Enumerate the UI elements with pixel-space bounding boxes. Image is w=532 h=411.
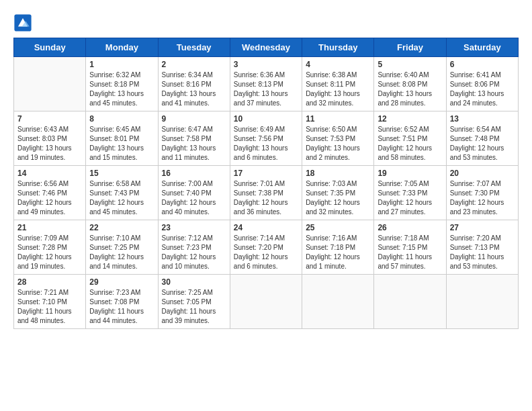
day-number: 11 — [306, 114, 370, 124]
day-info: Sunrise: 6:56 AM Sunset: 7:46 PM Dayligh… — [17, 179, 82, 217]
calendar-cell: 25Sunrise: 7:16 AM Sunset: 7:18 PM Dayli… — [302, 220, 374, 275]
day-info: Sunrise: 6:38 AM Sunset: 8:11 PM Dayligh… — [306, 71, 370, 108]
calendar-cell: 3Sunrise: 6:36 AM Sunset: 8:13 PM Daylig… — [230, 57, 302, 111]
day-info: Sunrise: 6:58 AM Sunset: 7:43 PM Dayligh… — [89, 179, 154, 217]
day-info: Sunrise: 6:50 AM Sunset: 7:53 PM Dayligh… — [306, 125, 370, 163]
calendar-cell — [302, 275, 374, 329]
day-number: 17 — [234, 169, 298, 178]
week-row-5: 28Sunrise: 7:21 AM Sunset: 7:10 PM Dayli… — [14, 275, 519, 329]
calendar-cell: 20Sunrise: 7:07 AM Sunset: 7:30 PM Dayli… — [446, 166, 518, 220]
day-number: 26 — [378, 223, 442, 232]
calendar-cell: 24Sunrise: 7:14 AM Sunset: 7:20 PM Dayli… — [230, 220, 302, 275]
day-info: Sunrise: 6:36 AM Sunset: 8:13 PM Dayligh… — [234, 71, 298, 108]
calendar-cell — [446, 275, 518, 329]
day-info: Sunrise: 6:49 AM Sunset: 7:56 PM Dayligh… — [234, 125, 298, 163]
day-number: 25 — [306, 223, 370, 232]
calendar-cell: 4Sunrise: 6:38 AM Sunset: 8:11 PM Daylig… — [302, 57, 374, 111]
day-number: 4 — [306, 60, 370, 69]
calendar-cell: 19Sunrise: 7:05 AM Sunset: 7:33 PM Dayli… — [374, 166, 446, 220]
weekday-header-tuesday: Tuesday — [158, 38, 230, 57]
day-info: Sunrise: 7:03 AM Sunset: 7:35 PM Dayligh… — [306, 179, 370, 217]
calendar-cell: 2Sunrise: 6:34 AM Sunset: 8:16 PM Daylig… — [158, 57, 230, 111]
day-number: 27 — [450, 223, 515, 232]
day-info: Sunrise: 7:25 AM Sunset: 7:05 PM Dayligh… — [162, 288, 226, 326]
calendar-cell: 8Sunrise: 6:45 AM Sunset: 8:01 PM Daylig… — [86, 111, 158, 166]
day-number: 15 — [89, 169, 154, 178]
calendar-cell — [230, 275, 302, 329]
calendar-cell: 29Sunrise: 7:23 AM Sunset: 7:08 PM Dayli… — [86, 275, 158, 329]
day-number: 10 — [234, 114, 298, 124]
day-info: Sunrise: 7:12 AM Sunset: 7:23 PM Dayligh… — [162, 234, 226, 271]
calendar-cell: 28Sunrise: 7:21 AM Sunset: 7:10 PM Dayli… — [14, 275, 86, 329]
week-row-4: 21Sunrise: 7:09 AM Sunset: 7:28 PM Dayli… — [14, 220, 519, 275]
weekday-header-saturday: Saturday — [446, 38, 518, 57]
day-number: 3 — [234, 60, 298, 69]
calendar-cell: 26Sunrise: 7:18 AM Sunset: 7:15 PM Dayli… — [374, 220, 446, 275]
calendar-cell: 22Sunrise: 7:10 AM Sunset: 7:25 PM Dayli… — [86, 220, 158, 275]
calendar-cell: 14Sunrise: 6:56 AM Sunset: 7:46 PM Dayli… — [14, 166, 86, 220]
day-info: Sunrise: 7:14 AM Sunset: 7:20 PM Dayligh… — [234, 234, 298, 271]
day-info: Sunrise: 7:21 AM Sunset: 7:10 PM Dayligh… — [17, 288, 82, 326]
logo-icon — [13, 13, 32, 32]
day-number: 14 — [17, 169, 82, 178]
calendar-cell: 11Sunrise: 6:50 AM Sunset: 7:53 PM Dayli… — [302, 111, 374, 166]
weekday-header-wednesday: Wednesday — [230, 38, 302, 57]
day-info: Sunrise: 6:41 AM Sunset: 8:06 PM Dayligh… — [450, 71, 515, 108]
day-info: Sunrise: 7:09 AM Sunset: 7:28 PM Dayligh… — [17, 234, 82, 271]
weekday-header-monday: Monday — [86, 38, 158, 57]
calendar-cell: 7Sunrise: 6:43 AM Sunset: 8:03 PM Daylig… — [14, 111, 86, 166]
day-number: 8 — [89, 114, 154, 124]
day-number: 9 — [162, 114, 226, 124]
calendar-cell: 16Sunrise: 7:00 AM Sunset: 7:40 PM Dayli… — [158, 166, 230, 220]
day-number: 29 — [89, 277, 154, 287]
calendar-cell: 6Sunrise: 6:41 AM Sunset: 8:06 PM Daylig… — [446, 57, 518, 111]
day-info: Sunrise: 6:54 AM Sunset: 7:48 PM Dayligh… — [450, 125, 515, 163]
day-info: Sunrise: 6:52 AM Sunset: 7:51 PM Dayligh… — [378, 125, 442, 163]
calendar-cell: 15Sunrise: 6:58 AM Sunset: 7:43 PM Dayli… — [86, 166, 158, 220]
day-info: Sunrise: 7:20 AM Sunset: 7:13 PM Dayligh… — [450, 234, 515, 271]
day-info: Sunrise: 7:16 AM Sunset: 7:18 PM Dayligh… — [306, 234, 370, 271]
calendar-cell: 10Sunrise: 6:49 AM Sunset: 7:56 PM Dayli… — [230, 111, 302, 166]
week-row-2: 7Sunrise: 6:43 AM Sunset: 8:03 PM Daylig… — [14, 111, 519, 166]
day-number: 13 — [450, 114, 515, 124]
day-number: 5 — [378, 60, 442, 69]
day-number: 19 — [378, 169, 442, 178]
calendar-cell: 30Sunrise: 7:25 AM Sunset: 7:05 PM Dayli… — [158, 275, 230, 329]
weekday-header-thursday: Thursday — [302, 38, 374, 57]
calendar-cell: 23Sunrise: 7:12 AM Sunset: 7:23 PM Dayli… — [158, 220, 230, 275]
calendar-table: SundayMondayTuesdayWednesdayThursdayFrid… — [13, 38, 519, 329]
day-number: 24 — [234, 223, 298, 232]
day-info: Sunrise: 6:34 AM Sunset: 8:16 PM Dayligh… — [162, 71, 226, 108]
day-info: Sunrise: 6:32 AM Sunset: 8:18 PM Dayligh… — [89, 71, 154, 108]
day-info: Sunrise: 7:07 AM Sunset: 7:30 PM Dayligh… — [450, 179, 515, 217]
day-number: 21 — [17, 223, 82, 232]
day-info: Sunrise: 7:01 AM Sunset: 7:38 PM Dayligh… — [234, 179, 298, 217]
day-info: Sunrise: 6:43 AM Sunset: 8:03 PM Dayligh… — [17, 125, 82, 163]
day-number: 2 — [162, 60, 226, 69]
day-number: 12 — [378, 114, 442, 124]
weekday-header-friday: Friday — [374, 38, 446, 57]
calendar-cell: 9Sunrise: 6:47 AM Sunset: 7:58 PM Daylig… — [158, 111, 230, 166]
day-number: 1 — [89, 60, 154, 69]
calendar-cell: 12Sunrise: 6:52 AM Sunset: 7:51 PM Dayli… — [374, 111, 446, 166]
day-info: Sunrise: 7:05 AM Sunset: 7:33 PM Dayligh… — [378, 179, 442, 217]
day-number: 18 — [306, 169, 370, 178]
day-number: 7 — [17, 114, 82, 124]
day-number: 6 — [450, 60, 515, 69]
day-number: 28 — [17, 277, 82, 287]
logo — [13, 13, 35, 32]
day-info: Sunrise: 7:23 AM Sunset: 7:08 PM Dayligh… — [89, 288, 154, 326]
day-number: 23 — [162, 223, 226, 232]
day-info: Sunrise: 7:10 AM Sunset: 7:25 PM Dayligh… — [89, 234, 154, 271]
week-row-3: 14Sunrise: 6:56 AM Sunset: 7:46 PM Dayli… — [14, 166, 519, 220]
day-number: 22 — [89, 223, 154, 232]
calendar-cell: 13Sunrise: 6:54 AM Sunset: 7:48 PM Dayli… — [446, 111, 518, 166]
page-header — [13, 13, 519, 32]
day-number: 16 — [162, 169, 226, 178]
day-info: Sunrise: 7:00 AM Sunset: 7:40 PM Dayligh… — [162, 179, 226, 217]
day-info: Sunrise: 6:45 AM Sunset: 8:01 PM Dayligh… — [89, 125, 154, 163]
day-info: Sunrise: 7:18 AM Sunset: 7:15 PM Dayligh… — [378, 234, 442, 271]
weekday-header-row: SundayMondayTuesdayWednesdayThursdayFrid… — [14, 38, 519, 57]
calendar-cell: 17Sunrise: 7:01 AM Sunset: 7:38 PM Dayli… — [230, 166, 302, 220]
calendar-cell — [14, 57, 86, 111]
